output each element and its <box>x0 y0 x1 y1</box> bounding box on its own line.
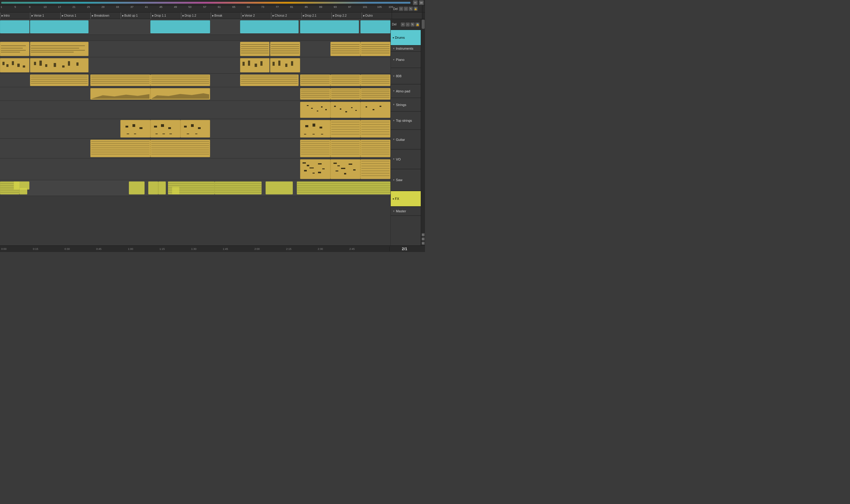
lock-ctrl[interactable]: 🔒 <box>415 22 419 26</box>
scroll-thumb[interactable] <box>422 20 425 29</box>
pencil-icon[interactable]: ✎ <box>409 7 413 11</box>
section-chorus2: ▶Chorus 2 <box>271 13 287 19</box>
saw-content[interactable] <box>0 158 391 180</box>
clip-808-chorus2[interactable] <box>270 58 300 72</box>
clip-808-intro[interactable] <box>0 58 30 72</box>
clip-vo-drop22[interactable] <box>330 140 361 157</box>
808-content[interactable] <box>0 57 391 73</box>
add-ctrl[interactable]: + <box>401 22 405 26</box>
label-row-808[interactable]: ▼ 808 <box>391 68 421 85</box>
clip-vo-drop11[interactable] <box>150 140 210 157</box>
clip-guitar-drop21[interactable] <box>300 120 330 138</box>
time-4: 1:00 <box>128 248 133 251</box>
clip-atmopad-breakdown[interactable] <box>90 74 150 86</box>
clip-drums-drop21[interactable] <box>300 20 359 33</box>
clip-atmopad-drop11[interactable] <box>150 74 210 86</box>
del-sidebar-label: Del <box>392 23 397 26</box>
label-row-strings[interactable]: ▼ Strings <box>391 98 421 112</box>
clip-atmopad-outro[interactable] <box>361 74 391 86</box>
label-row-drums[interactable]: ● Drums <box>391 30 421 46</box>
vo-content[interactable] <box>0 139 391 158</box>
scroll-btn-3[interactable]: R <box>422 242 425 245</box>
drums-label: Drums <box>395 36 405 39</box>
clip-piano-outro[interactable] <box>361 42 391 56</box>
clip-strings-breakdown[interactable] <box>90 88 150 100</box>
topstrings-content[interactable] <box>0 101 391 119</box>
clip-drums-verse1[interactable] <box>30 20 88 33</box>
clip-fx-3[interactable] <box>19 188 27 195</box>
clip-strings-outro[interactable] <box>361 88 391 100</box>
lock-icon[interactable]: 🔒 <box>414 7 418 11</box>
right-scrollbar[interactable]: R R R <box>421 19 425 245</box>
clip-fx-8[interactable] <box>214 181 262 195</box>
label-row-piano[interactable]: ▼ Piano <box>391 52 421 68</box>
clip-saw-outro[interactable] <box>361 159 391 179</box>
w-button[interactable]: W <box>419 0 424 5</box>
topstrings-arrow-icon: ▼ <box>393 119 395 122</box>
atmopad-content[interactable] <box>0 74 391 87</box>
clip-vo-drop21[interactable] <box>300 140 330 157</box>
label-row-atmopad[interactable]: ▼ Atmo pad <box>391 85 421 98</box>
clip-fx-4[interactable] <box>129 181 144 195</box>
clip-guitar-buildup[interactable] <box>120 120 150 138</box>
clip-topstrings-drop21[interactable] <box>300 102 330 118</box>
fx-content[interactable] <box>0 180 391 196</box>
clip-piano-verse2[interactable] <box>240 42 270 56</box>
piano-content[interactable] <box>0 41 391 57</box>
clip-fx-6[interactable] <box>158 181 166 195</box>
clip-strings-drop22[interactable] <box>330 88 361 100</box>
label-row-topstrings[interactable]: ▼ Top strings <box>391 112 421 130</box>
clip-saw-drop22[interactable] <box>330 159 361 179</box>
label-row-instruments[interactable]: ▼ Instruments <box>391 46 421 52</box>
clip-atmopad-drop22[interactable] <box>330 74 361 86</box>
clip-piano-drop22[interactable] <box>330 42 361 56</box>
clip-fx-9[interactable] <box>172 187 180 195</box>
clip-piano-intro[interactable] <box>0 42 30 56</box>
minus-ctrl[interactable]: − <box>405 22 410 26</box>
clip-topstrings-outro[interactable] <box>361 102 391 118</box>
label-row-vo[interactable]: ▼ VO <box>391 150 421 169</box>
pencil-ctrl[interactable]: ✎ <box>411 22 415 26</box>
clip-guitar-drop12[interactable] <box>180 120 210 138</box>
right-sidebar: Del + − ✎ 🔒 ● Drums ▼ Instruments <box>391 19 421 245</box>
label-row-saw[interactable]: ▼ Saw <box>391 169 421 191</box>
clip-drums-intro[interactable] <box>0 20 30 33</box>
drums-content[interactable] <box>0 19 391 35</box>
vo-label: VO <box>396 158 401 161</box>
clip-drums-drop11[interactable] <box>150 20 210 33</box>
scroll-btn-1[interactable]: R <box>422 233 425 236</box>
clip-drums-verse2[interactable] <box>240 20 299 33</box>
scroll-btn-2[interactable]: R <box>422 237 425 240</box>
guitar-content[interactable] <box>0 119 391 139</box>
label-row-fx[interactable]: ● FX <box>391 191 421 207</box>
clip-atmopad-verse1[interactable] <box>30 74 88 86</box>
label-row-guitar[interactable]: ▼ Guitar <box>391 130 421 150</box>
clip-vo-outro[interactable] <box>361 140 391 157</box>
clip-fx-10[interactable] <box>265 181 293 195</box>
clip-fx-5[interactable] <box>148 181 158 195</box>
clip-808-verse2[interactable] <box>240 58 270 72</box>
clip-fx-11[interactable] <box>297 181 391 195</box>
clip-piano-chorus2[interactable] <box>270 42 300 56</box>
clip-atmopad-drop21[interactable] <box>300 74 330 86</box>
master-arrow-icon: ▼ <box>393 210 395 213</box>
saw-label: Saw <box>396 178 402 182</box>
clip-guitar-drop22[interactable] <box>330 120 361 138</box>
strings-content[interactable] <box>0 87 391 101</box>
clip-808-verse1[interactable] <box>30 58 88 72</box>
h-button[interactable]: H <box>413 0 418 5</box>
clip-topstrings-drop22[interactable] <box>330 102 361 118</box>
add-button[interactable]: + <box>399 7 403 11</box>
clip-guitar-drop11[interactable] <box>150 120 180 138</box>
clip-guitar-outro[interactable] <box>361 120 391 138</box>
clip-strings-drop11[interactable] <box>150 88 210 100</box>
clip-strings-drop21[interactable] <box>300 88 330 100</box>
tracks-area <box>0 19 391 245</box>
clip-vo-breakdown[interactable] <box>90 140 150 157</box>
clip-piano-verse1[interactable] <box>30 42 88 56</box>
clip-drums-outro[interactable] <box>361 20 391 33</box>
label-row-master[interactable]: ▼ Master <box>391 207 421 216</box>
clip-saw-drop21[interactable] <box>300 159 330 179</box>
clip-atmopad-verse2[interactable] <box>240 74 299 86</box>
minus-button[interactable]: − <box>404 7 408 11</box>
